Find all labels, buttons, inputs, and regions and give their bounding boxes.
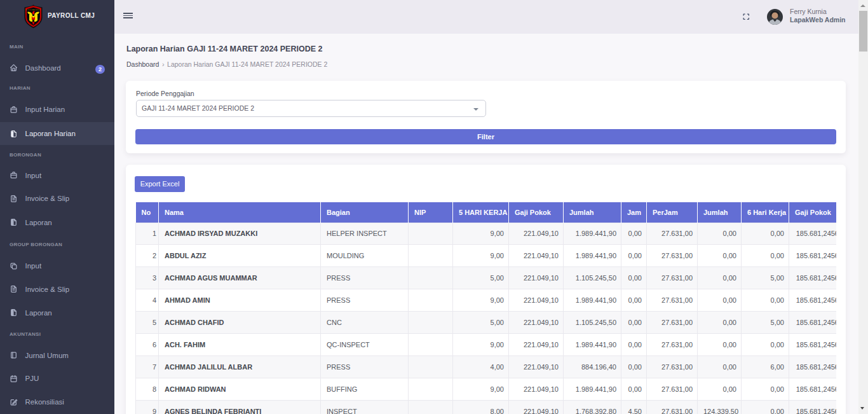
svg-text:CAHAYA MEKAR JAYA: CAHAYA MEKAR JAYA <box>26 9 41 10</box>
